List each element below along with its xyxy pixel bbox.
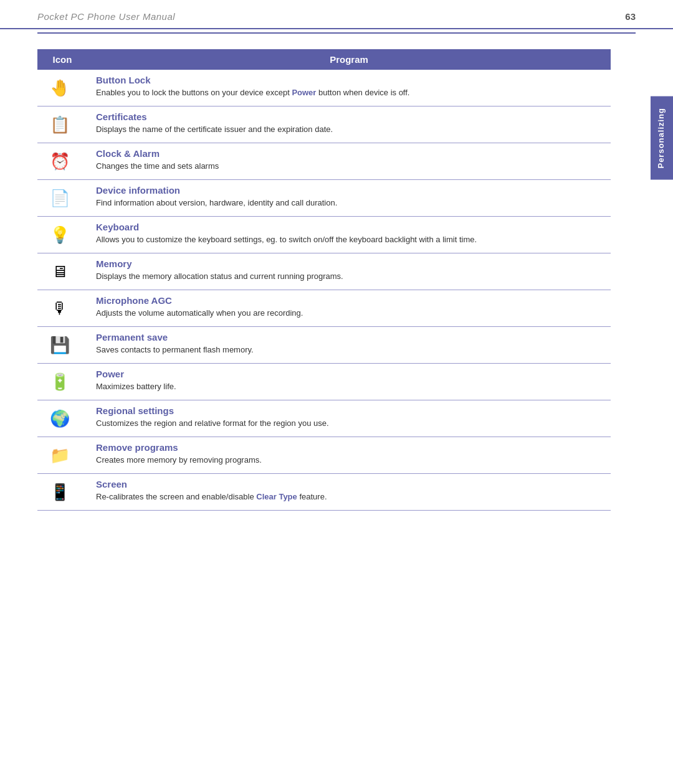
- icon-certificates: 📋: [37, 106, 87, 143]
- memory-icon: 🖥: [46, 258, 74, 285]
- title-device-information: Device information: [96, 185, 602, 196]
- content-memory: MemoryDisplays the memory allocation sta…: [87, 253, 611, 290]
- title-button-lock: Button Lock: [96, 75, 602, 85]
- desc-permanent-save: Saves contacts to permanent flash memory…: [96, 344, 602, 356]
- screen-icon: 📱: [46, 478, 74, 506]
- highlight-button-lock: Power: [292, 88, 316, 97]
- page-number: 63: [625, 11, 636, 22]
- keyboard-icon: 💡: [46, 221, 74, 248]
- desc-clock-alarm: Changes the time and sets alarms: [96, 160, 602, 172]
- title-permanent-save: Permanent save: [96, 332, 602, 342]
- side-tab: Personalizing: [651, 97, 673, 180]
- content-remove-programs: Remove programsCreates more memory by re…: [87, 437, 611, 474]
- highlight-screen: Clear Type: [256, 492, 297, 501]
- icon-microphone-agc: 🎙: [37, 290, 87, 327]
- content-microphone-agc: Microphone AGCAdjusts the volume automat…: [87, 290, 611, 327]
- icon-permanent-save: 💾: [37, 327, 87, 364]
- title-power: Power: [96, 369, 602, 379]
- icon-clock-alarm: ⏰: [37, 143, 87, 180]
- icon-remove-programs: 📁: [37, 437, 87, 474]
- title-microphone-agc: Microphone AGC: [96, 295, 602, 306]
- table-row: 🔋PowerMaximizes battery life.: [37, 364, 611, 400]
- table-header-row: Icon Program: [37, 49, 611, 70]
- manual-title: Pocket PC Phone User Manual: [37, 11, 175, 22]
- title-certificates: Certificates: [96, 111, 602, 122]
- desc-power: Maximizes battery life.: [96, 380, 602, 393]
- settings-table: Icon Program 🤚Button LockEnables you to …: [37, 49, 611, 511]
- content-device-information: Device informationFind information about…: [87, 180, 611, 217]
- table-row: 📋CertificatesDisplays the name of the ce…: [37, 106, 611, 143]
- table-row: ⏰Clock & AlarmChanges the time and sets …: [37, 143, 611, 180]
- title-remove-programs: Remove programs: [96, 442, 602, 453]
- table-row: 📁Remove programsCreates more memory by r…: [37, 437, 611, 474]
- content-keyboard: KeyboardAllows you to customize the keyb…: [87, 217, 611, 253]
- title-keyboard: Keyboard: [96, 222, 602, 232]
- desc-remove-programs: Creates more memory by removing programs…: [96, 454, 602, 466]
- desc-screen: Re-calibrates the screen and enable/disa…: [96, 491, 602, 503]
- table-row: 🎙Microphone AGCAdjusts the volume automa…: [37, 290, 611, 327]
- permanent-save-icon: 💾: [46, 331, 74, 359]
- content-button-lock: Button LockEnables you to lock the butto…: [87, 70, 611, 106]
- main-content: Icon Program 🤚Button LockEnables you to …: [0, 31, 648, 529]
- desc-certificates: Displays the name of the certificate iss…: [96, 123, 602, 136]
- content-permanent-save: Permanent saveSaves contacts to permanen…: [87, 327, 611, 364]
- device-information-icon: 📄: [46, 184, 74, 212]
- desc-regional-settings: Customizes the region and relative forma…: [96, 417, 602, 430]
- page-header: Pocket PC Phone User Manual 63: [0, 0, 673, 29]
- content-clock-alarm: Clock & AlarmChanges the time and sets a…: [87, 143, 611, 180]
- table-row: 💡KeyboardAllows you to customize the key…: [37, 217, 611, 253]
- table-row: 🖥MemoryDisplays the memory allocation st…: [37, 253, 611, 290]
- table-row: 💾Permanent saveSaves contacts to permane…: [37, 327, 611, 364]
- content-certificates: CertificatesDisplays the name of the cer…: [87, 106, 611, 143]
- title-regional-settings: Regional settings: [96, 405, 602, 416]
- title-clock-alarm: Clock & Alarm: [96, 148, 602, 159]
- icon-device-information: 📄: [37, 180, 87, 217]
- clock-alarm-icon: ⏰: [46, 148, 74, 175]
- content-regional-settings: Regional settingsCustomizes the region a…: [87, 400, 611, 437]
- table-row: 🤚Button LockEnables you to lock the butt…: [37, 70, 611, 106]
- icon-button-lock: 🤚: [37, 70, 87, 106]
- table-row: 📱ScreenRe-calibrates the screen and enab…: [37, 474, 611, 511]
- table-row: 🌍Regional settingsCustomizes the region …: [37, 400, 611, 437]
- icon-power: 🔋: [37, 364, 87, 400]
- desc-memory: Displays the memory allocation status an…: [96, 270, 602, 283]
- icon-memory: 🖥: [37, 253, 87, 290]
- microphone-agc-icon: 🎙: [46, 295, 74, 322]
- desc-button-lock: Enables you to lock the buttons on your …: [96, 87, 602, 99]
- icon-column-header: Icon: [37, 49, 87, 70]
- icon-regional-settings: 🌍: [37, 400, 87, 437]
- content-screen: ScreenRe-calibrates the screen and enabl…: [87, 474, 611, 511]
- icon-screen: 📱: [37, 474, 87, 511]
- remove-programs-icon: 📁: [46, 442, 74, 469]
- desc-keyboard: Allows you to customize the keyboard set…: [96, 234, 602, 246]
- program-column-header: Program: [87, 49, 611, 70]
- button-lock-icon: 🤚: [46, 74, 74, 102]
- content-power: PowerMaximizes battery life.: [87, 364, 611, 400]
- desc-device-information: Find information about version, hardware…: [96, 197, 602, 209]
- power-icon: 🔋: [46, 368, 74, 395]
- title-screen: Screen: [96, 479, 602, 489]
- regional-settings-icon: 🌍: [46, 405, 74, 432]
- title-memory: Memory: [96, 258, 602, 269]
- table-row: 📄Device informationFind information abou…: [37, 180, 611, 217]
- certificates-icon: 📋: [46, 111, 74, 138]
- desc-microphone-agc: Adjusts the volume automatically when yo…: [96, 307, 602, 319]
- icon-keyboard: 💡: [37, 217, 87, 253]
